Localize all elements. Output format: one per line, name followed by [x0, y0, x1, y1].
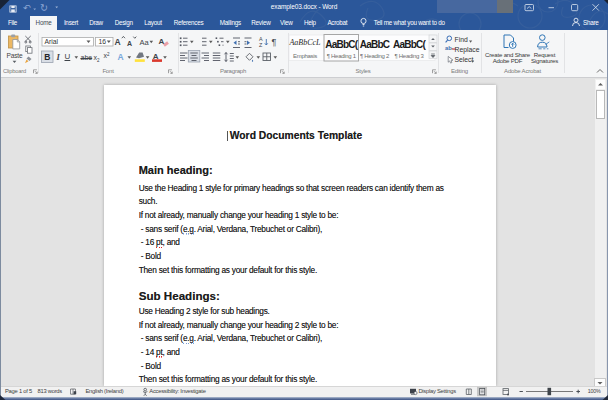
svg-text:A: A: [259, 36, 263, 42]
svg-text:Z: Z: [259, 42, 263, 48]
